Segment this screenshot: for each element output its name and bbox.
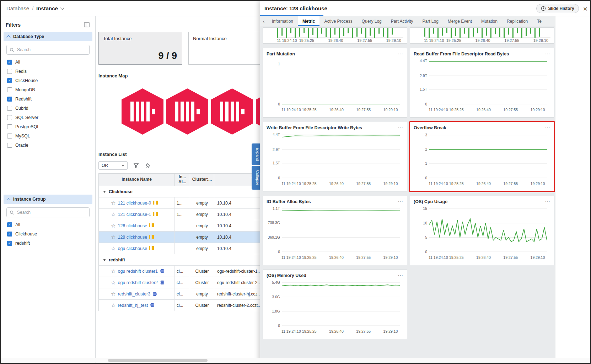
instance-link[interactable]: 128 clickhouse bbox=[118, 235, 147, 240]
favorite-star-icon[interactable]: ☆ bbox=[111, 234, 115, 240]
svg-text:19:26:40: 19:26:40 bbox=[328, 38, 343, 43]
operator-select[interactable]: OR bbox=[98, 161, 128, 170]
svg-text:19:29:10: 19:29:10 bbox=[383, 255, 398, 260]
chart-card: Read Buffer From File Descriptor Read By… bbox=[410, 48, 554, 118]
checkbox-icon[interactable] bbox=[7, 134, 12, 138]
chart-menu-icon[interactable]: ⋯ bbox=[398, 273, 403, 278]
checkbox-icon[interactable]: ✓ bbox=[7, 241, 12, 246]
filter-checkbox-item[interactable]: MongoDB bbox=[7, 85, 95, 94]
checkbox-icon[interactable]: ✓ bbox=[7, 97, 12, 102]
filter-checkbox-item[interactable]: ✓Redshift bbox=[7, 94, 95, 104]
favorite-star-icon[interactable]: ☆ bbox=[111, 280, 115, 285]
filter-checkbox-item[interactable]: ✓Clickhouse bbox=[7, 229, 95, 239]
checkbox-icon[interactable] bbox=[7, 115, 12, 120]
instance-link[interactable]: ogu clickhouse bbox=[118, 246, 147, 251]
checkbox-icon[interactable] bbox=[7, 87, 12, 92]
column-header-cluster[interactable]: Cluster:... bbox=[190, 174, 214, 186]
instance-link[interactable]: ogu redshift cluster2 bbox=[118, 280, 158, 285]
chart-menu-icon[interactable]: ⋯ bbox=[545, 51, 550, 56]
chart-menu-icon[interactable]: ⋯ bbox=[398, 51, 403, 56]
filter-checkbox-item[interactable]: Redis bbox=[7, 67, 95, 76]
chart-title: Write Buffer From File Descriptor Write … bbox=[267, 125, 362, 130]
expand-button[interactable]: Expand ‹ bbox=[252, 143, 260, 165]
breadcrumb-section[interactable]: Database bbox=[6, 5, 29, 11]
horizontal-scrollbar[interactable] bbox=[1, 358, 590, 363]
instance-link[interactable]: redshift_hj_test bbox=[118, 303, 148, 308]
checkbox-icon[interactable]: ✓ bbox=[7, 222, 12, 227]
normal-instance-card[interactable]: Normal Instance bbox=[188, 32, 272, 65]
checkbox-icon[interactable] bbox=[7, 124, 12, 129]
filter-checkbox-item[interactable]: ✓All bbox=[7, 58, 95, 67]
search-box[interactable] bbox=[6, 45, 90, 55]
filter-checkbox-item[interactable]: SQL Server bbox=[7, 113, 95, 122]
instance-link[interactable]: 126 clickhouse bbox=[118, 223, 147, 228]
tab-information[interactable]: Information bbox=[267, 16, 298, 26]
column-header-alarm[interactable]: In... Al... bbox=[175, 174, 190, 186]
search-input[interactable] bbox=[16, 210, 86, 215]
tab-mutation[interactable]: Mutation bbox=[477, 16, 502, 26]
chevron-down-icon[interactable] bbox=[60, 6, 64, 10]
tab-part-log[interactable]: Part Log bbox=[418, 16, 443, 26]
filter-label: All bbox=[15, 60, 20, 65]
favorite-star-icon[interactable]: ☆ bbox=[111, 223, 115, 228]
collapse-sidebar-icon[interactable] bbox=[83, 21, 90, 28]
collapse-triangle-icon[interactable] bbox=[103, 259, 106, 261]
chart-menu-icon[interactable]: ⋯ bbox=[545, 199, 550, 204]
checkbox-icon[interactable]: ✓ bbox=[7, 60, 12, 65]
chevron-right-icon: › bbox=[248, 177, 253, 179]
instance-link[interactable]: ogu redshift cluster1 bbox=[118, 269, 158, 274]
tab-query-log[interactable]: Query Log bbox=[357, 16, 386, 26]
alarm-cell: 1... bbox=[175, 209, 190, 220]
favorite-star-icon[interactable]: ☆ bbox=[111, 200, 115, 206]
checkbox-icon[interactable] bbox=[7, 106, 12, 111]
checkbox-icon[interactable] bbox=[7, 69, 12, 74]
favorite-star-icon[interactable]: ☆ bbox=[111, 246, 115, 251]
favorite-star-icon[interactable]: ☆ bbox=[111, 303, 115, 308]
favorite-star-icon[interactable]: ☆ bbox=[111, 268, 115, 274]
pin-icon[interactable] bbox=[145, 162, 152, 169]
instance-link[interactable]: 121 clickhouse-0 bbox=[118, 201, 151, 206]
collapse-button[interactable]: Collapse › bbox=[252, 166, 260, 190]
filter-checkbox-item[interactable]: ✓redshift bbox=[7, 239, 95, 248]
breadcrumb-page[interactable]: Instance bbox=[36, 5, 58, 11]
column-header-name[interactable]: Instance Name bbox=[99, 174, 175, 186]
filter-checkbox-item[interactable]: Oracle bbox=[7, 141, 95, 150]
tab-part-activity[interactable]: Part Activity bbox=[386, 16, 418, 26]
clickhouse-hexagon-icon[interactable] bbox=[122, 88, 163, 135]
filter-checkbox-item[interactable]: Cubrid bbox=[7, 104, 95, 113]
filter-checkbox-item[interactable]: MySQL bbox=[7, 131, 95, 141]
filter-checkbox-item[interactable]: ✓All bbox=[7, 220, 95, 229]
svg-text:11 19:24:10: 11 19:24:10 bbox=[429, 181, 448, 186]
favorite-star-icon[interactable]: ☆ bbox=[111, 291, 115, 297]
clickhouse-hexagon-icon[interactable] bbox=[166, 88, 208, 135]
filter-funnel-icon[interactable] bbox=[133, 162, 140, 169]
tab-metric[interactable]: Metric bbox=[298, 16, 319, 26]
tab-te[interactable]: Te bbox=[532, 16, 546, 26]
svg-text:11 19:24:10: 11 19:24:10 bbox=[277, 38, 297, 43]
total-instance-card[interactable]: Total Instance 9 / 9 bbox=[98, 32, 182, 65]
chart-menu-icon[interactable]: ⋯ bbox=[398, 125, 403, 130]
clickhouse-hexagon-icon[interactable] bbox=[211, 88, 253, 135]
checkbox-icon[interactable]: ✓ bbox=[7, 78, 12, 83]
tab-merge-event[interactable]: Merge Event bbox=[443, 16, 477, 26]
checkbox-icon[interactable] bbox=[7, 143, 12, 148]
filter-checkbox-item[interactable]: PostgreSQL bbox=[7, 122, 95, 131]
instance-link[interactable]: 121 clickhouse-1 bbox=[118, 212, 151, 217]
filter-checkbox-item[interactable]: ✓ClickHouse bbox=[7, 76, 95, 85]
close-icon[interactable]: × bbox=[583, 5, 587, 12]
collapse-triangle-icon[interactable] bbox=[103, 191, 106, 193]
chart-menu-icon[interactable]: ⋯ bbox=[545, 125, 550, 130]
scrollbar-thumb[interactable] bbox=[108, 359, 208, 362]
tab-active-process[interactable]: Active Process bbox=[319, 16, 357, 26]
tab-replication[interactable]: Replication bbox=[502, 16, 532, 26]
chart-menu-icon[interactable]: ⋯ bbox=[398, 199, 403, 204]
filter-section-header[interactable]: Instance Group bbox=[4, 195, 92, 204]
checkbox-icon[interactable]: ✓ bbox=[7, 232, 12, 237]
search-box[interactable] bbox=[6, 207, 90, 217]
chart-card: (OS) Memory Used⋯5.4G3.6G1.8G011 19:24:1… bbox=[263, 270, 407, 339]
tabs-scroll-left-icon[interactable]: ‹ bbox=[260, 16, 267, 26]
search-input[interactable] bbox=[16, 47, 86, 53]
favorite-star-icon[interactable]: ☆ bbox=[111, 212, 115, 217]
instance-link[interactable]: redshift_cluster3 bbox=[118, 292, 150, 297]
filter-section-header[interactable]: Database Type bbox=[4, 32, 92, 41]
